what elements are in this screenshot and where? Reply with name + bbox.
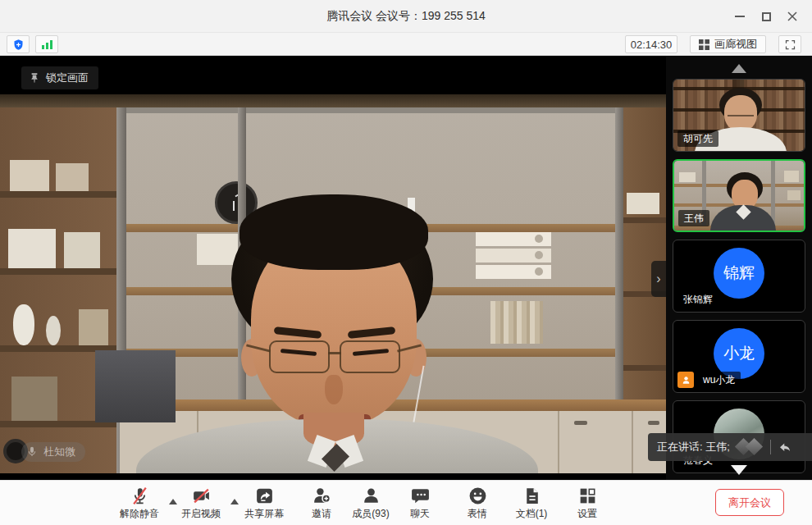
person-glasses [340,340,400,373]
scene-decor [64,232,100,268]
person-nose [325,375,343,404]
watermark-diamonds-logo [734,438,769,456]
members-person-icon [361,486,381,506]
participant-label: 王伟 [678,210,709,226]
scene-decor [535,251,543,259]
participant-label: wu小龙 [697,372,741,388]
meeting-status-group [7,35,58,53]
participant-name: wu小龙 [703,373,735,387]
scene-monitor [95,350,176,422]
window-title: 腾讯会议 会议号：199 255 514 [326,9,486,24]
fullscreen-button[interactable] [778,35,801,53]
participant-name: 张锦辉 [683,293,713,307]
network-signal-button[interactable] [35,35,58,53]
meeting-info-bar: 02:14:30 画廊视图 [0,33,812,56]
maximize-icon [762,12,771,21]
scene-decor [574,421,587,425]
scene-decor [648,421,659,425]
emoji-smiley-icon [468,486,488,506]
security-shield-button[interactable] [7,35,30,53]
scene-decor [627,193,659,214]
gallery-view-button[interactable]: 画廊视图 [690,35,766,53]
diamond-shape [746,438,763,455]
settings-label: 设置 [577,507,597,521]
leave-meeting-button[interactable]: 离开会议 [715,489,784,516]
scene-decor [79,309,108,345]
participant-avatar: 锦辉 [714,248,764,299]
scene-decor [0,191,120,198]
minimize-button[interactable] [727,4,753,29]
documents-button[interactable]: 文档(1) [502,486,561,521]
chat-button[interactable]: 聊天 [390,486,449,521]
main-speaker-name: 杜知微 [43,445,75,459]
share-screen-button[interactable]: 共享屏幕 [235,486,294,521]
meeting-stage: 杜知微 锁定画面 › [0,56,812,480]
shield-plus-icon [12,39,25,51]
scene-vase [46,316,61,345]
participant-tile-wuxiaolong[interactable]: 小龙 wu小龙 [673,320,805,393]
participant-tile-zhangjinhui[interactable]: 锦辉 张锦辉 [673,240,805,313]
participant-tile-wangwei[interactable]: 王伟 [673,159,805,232]
participant-tile-hukexian[interactable]: 胡可先 [673,79,805,152]
participant-label: 胡可先 [677,130,718,147]
participant-tiles: 胡可先 [673,79,805,473]
scene-books [490,301,543,344]
fullscreen-corners-icon [784,39,796,51]
documents-label: 文档(1) [516,507,548,521]
start-video-label: 开启视频 [181,507,221,521]
scene-decor [787,190,801,200]
chat-bubble-icon [410,486,431,506]
unmute-button[interactable]: 解除静音 [110,486,169,521]
document-icon [522,486,542,506]
person-hair-fringe [239,194,428,270]
start-video-button[interactable]: 开启视频 [171,486,230,521]
speaking-toast: 正在讲话: 王伟; [648,433,812,461]
lock-view-button[interactable]: 锁定画面 [21,66,98,89]
view-controls-group: 02:14:30 画廊视图 [625,35,801,53]
settings-button[interactable]: 设置 [558,486,617,521]
share-screen-icon [254,486,275,506]
scroll-up-arrow[interactable] [732,64,746,73]
scene-decor [11,377,57,421]
person-glasses [269,340,330,373]
scene-vase [13,304,34,345]
scene-decor [8,229,56,268]
close-button[interactable] [779,4,805,29]
scene-decor [0,94,666,107]
camera-off-icon [191,486,212,506]
scene-decor [233,201,235,211]
emoji-button[interactable]: 表情 [448,486,507,521]
scene-decor [0,268,120,275]
invite-person-plus-icon [312,486,332,506]
person-icon [681,375,691,386]
grid-layout-icon [699,39,709,50]
scene-decor [632,411,633,473]
scene-decor [56,163,89,191]
sidebar-collapse-handle[interactable]: › [651,261,666,297]
reply-arrow-icon[interactable] [778,440,792,454]
minimize-icon [735,16,745,17]
scene-decor [120,107,666,113]
invite-label: 邀请 [312,507,331,521]
unmute-label: 解除静音 [120,507,159,521]
close-icon [787,11,797,21]
maximize-button[interactable] [753,4,779,29]
scene-decor [679,172,696,182]
scene-decor [535,235,543,243]
participant-name: 胡可先 [683,132,713,146]
gallery-view-label: 画廊视图 [714,37,757,52]
divider [770,440,771,454]
attendee-badge [677,372,694,388]
window-controls [727,0,805,33]
share-screen-label: 共享屏幕 [244,507,284,521]
chat-label: 聊天 [410,507,430,521]
participants-sidebar: 胡可先 [666,56,812,480]
scene-decor [558,411,559,473]
meeting-timer: 02:14:30 [625,35,677,53]
scroll-down-arrow[interactable] [731,465,747,475]
main-video: 杜知微 [0,94,666,473]
control-bar: 解除静音 开启视频 共享屏幕 邀请 成 [0,480,812,525]
settings-grid-icon [577,486,598,506]
members-label: 成员(93) [352,507,389,521]
lock-view-label: 锁定画面 [46,71,89,85]
